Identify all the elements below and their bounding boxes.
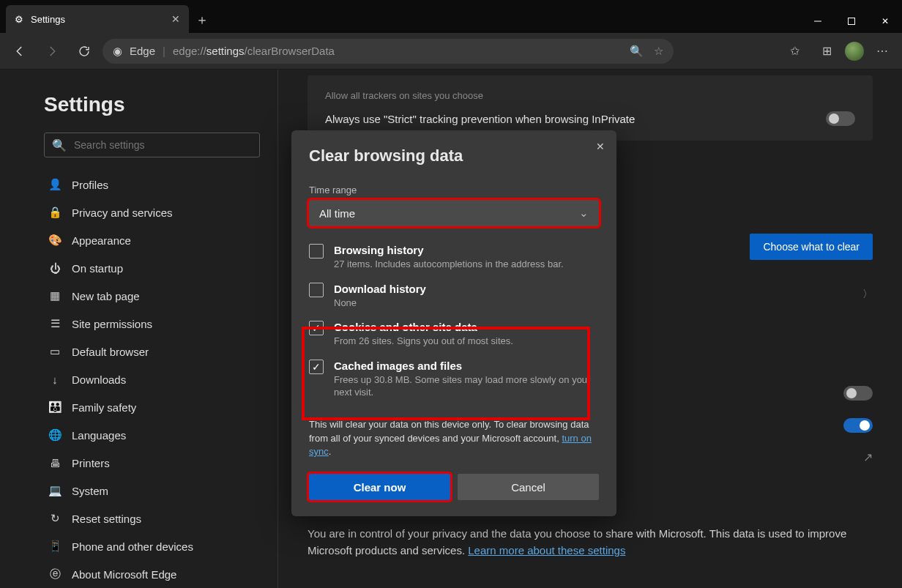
nav-icon: 👤 [48, 178, 61, 191]
sidebar-item-appearance[interactable]: 🎨Appearance [44, 226, 257, 254]
zoom-icon[interactable]: 🔍 [630, 45, 644, 58]
nav-icon: 🌐 [48, 428, 61, 442]
new-tab-button[interactable]: ＋ [189, 7, 215, 33]
checkbox[interactable] [309, 360, 324, 374]
toggle-1[interactable] [843, 386, 873, 401]
maximize-button[interactable] [835, 10, 868, 33]
sidebar-item-downloads[interactable]: ↓Downloads [44, 365, 257, 393]
checkbox[interactable] [309, 283, 324, 297]
clear-data-dialog: ✕ Clear browsing data Time range All tim… [291, 130, 616, 516]
choose-clear-button[interactable]: Choose what to clear [750, 234, 873, 260]
tab-title: Settings [31, 14, 65, 25]
clear-item-2[interactable]: Cookies and other site dataFrom 26 sites… [309, 315, 599, 354]
strict-toggle[interactable] [826, 111, 855, 126]
clear-item-1[interactable]: Download historyNone [309, 277, 599, 316]
sidebar-item-family-safety[interactable]: 👪Family safety [44, 393, 257, 421]
chevron-right-icon[interactable]: 〉 [862, 288, 873, 301]
close-window-button[interactable]: ✕ [868, 10, 902, 33]
sidebar-item-new-tab-page[interactable]: ▦New tab page [44, 282, 257, 310]
forward-button[interactable] [38, 37, 66, 65]
svg-rect-1 [849, 18, 855, 25]
favorites-button[interactable]: ✩ [780, 37, 808, 65]
minimize-button[interactable] [801, 10, 835, 33]
nav-icon: 💻 [48, 484, 61, 497]
browser-tab[interactable]: ⚙ Settings ✕ [6, 5, 189, 33]
checkbox[interactable] [309, 244, 324, 258]
nav-icon: ⓔ [48, 567, 61, 581]
learn-more-link-2[interactable]: Learn more about these settings [468, 544, 625, 557]
nav-icon: ▦ [48, 289, 61, 302]
sidebar-item-reset-settings[interactable]: ↻Reset settings [44, 505, 257, 532]
item-title: Download history [334, 283, 426, 295]
sidebar-item-printers[interactable]: 🖶Printers [44, 449, 257, 477]
time-range-label: Time range [309, 185, 599, 196]
time-range-value: All time [319, 207, 355, 220]
back-button[interactable] [6, 37, 34, 65]
sidebar-item-default-browser[interactable]: ▭Default browser [44, 338, 257, 365]
external-link-icon[interactable]: ↗ [863, 450, 873, 464]
search-settings[interactable]: 🔍 [44, 133, 260, 157]
sidebar-item-about-microsoft-edge[interactable]: ⓔAbout Microsoft Edge [44, 560, 257, 588]
dialog-title: Clear browsing data [309, 146, 599, 165]
item-subtitle: 27 items. Includes autocompletions in th… [334, 258, 564, 271]
item-subtitle: None [334, 297, 426, 310]
gear-icon: ⚙ [15, 14, 23, 25]
nav-label: On startup [72, 262, 123, 275]
nav-label: Profiles [72, 179, 108, 191]
address-bar[interactable]: ◉ Edge | edge://settings/clearBrowserDat… [102, 39, 674, 64]
profile-avatar[interactable] [845, 42, 864, 61]
nav-label: Appearance [72, 234, 131, 247]
settings-sidebar: Settings 🔍 👤Profiles🔒Privacy and service… [0, 70, 278, 588]
strict-label: Always use "Strict" tracking prevention … [325, 113, 635, 125]
toggle-2[interactable] [843, 418, 873, 433]
sidebar-item-site-permissions[interactable]: ☰Site permissions [44, 310, 257, 338]
help-body: You are in control of your privacy and t… [308, 526, 873, 559]
favorite-icon[interactable]: ☆ [654, 45, 663, 58]
tracker-subtext: Allow all trackers on sites you choose [325, 90, 855, 101]
sidebar-item-phone-and-other-devices[interactable]: 📱Phone and other devices [44, 532, 257, 560]
sidebar-item-on-startup[interactable]: ⏻On startup [44, 254, 257, 282]
settings-heading: Settings [44, 93, 257, 116]
nav-label: About Microsoft Edge [72, 568, 176, 581]
nav-icon: ⏻ [48, 262, 61, 275]
search-icon: 🔍 [52, 138, 67, 152]
nav-label: Family safety [72, 401, 136, 414]
collections-button[interactable]: ⊞ [813, 37, 840, 65]
sync-note: This will clear your data on this device… [309, 418, 599, 460]
nav-label: Site permissions [72, 318, 152, 330]
item-title: Cookies and other site data [334, 321, 513, 333]
clear-item-3[interactable]: Cached images and filesFrees up 30.8 MB.… [309, 354, 599, 405]
toolbar: ◉ Edge | edge://settings/clearBrowserDat… [0, 33, 902, 70]
sidebar-item-system[interactable]: 💻System [44, 477, 257, 505]
nav-icon: 🖶 [48, 457, 61, 469]
titlebar: ⚙ Settings ✕ ＋ ✕ [0, 0, 902, 33]
nav-label: Phone and other devices [72, 540, 193, 553]
cancel-button[interactable]: Cancel [458, 474, 599, 500]
close-dialog-button[interactable]: ✕ [596, 141, 605, 152]
refresh-button[interactable] [70, 37, 98, 65]
nav-icon: 📱 [48, 540, 61, 553]
search-input[interactable] [74, 139, 252, 151]
more-menu-button[interactable]: ⋯ [868, 37, 896, 65]
nav-icon: ↓ [48, 373, 61, 386]
nav-icon: ↻ [48, 512, 61, 525]
nav-label: System [72, 485, 108, 497]
nav-icon: ▭ [48, 345, 61, 358]
item-subtitle: Frees up 30.8 MB. Some sites may load mo… [334, 373, 599, 399]
clear-now-button[interactable]: Clear now [309, 474, 450, 500]
nav-label: Downloads [72, 373, 126, 386]
checkbox[interactable] [309, 321, 324, 335]
item-title: Cached images and files [334, 360, 599, 372]
sidebar-item-profiles[interactable]: 👤Profiles [44, 171, 257, 198]
sidebar-item-privacy-and-services[interactable]: 🔒Privacy and services [44, 198, 257, 226]
sidebar-item-languages[interactable]: 🌐Languages [44, 421, 257, 449]
window-controls: ✕ [801, 10, 902, 33]
clear-item-0[interactable]: Browsing history27 items. Includes autoc… [309, 238, 599, 277]
chevron-down-icon: ⌄ [579, 206, 589, 220]
brand-label: Edge [130, 45, 155, 57]
edge-logo-icon: ◉ [113, 45, 122, 58]
item-subtitle: From 26 sites. Signs you out of most sit… [334, 335, 513, 348]
nav-label: New tab page [72, 290, 140, 302]
close-tab-icon[interactable]: ✕ [171, 13, 180, 25]
time-range-select[interactable]: All time ⌄ [309, 200, 599, 226]
